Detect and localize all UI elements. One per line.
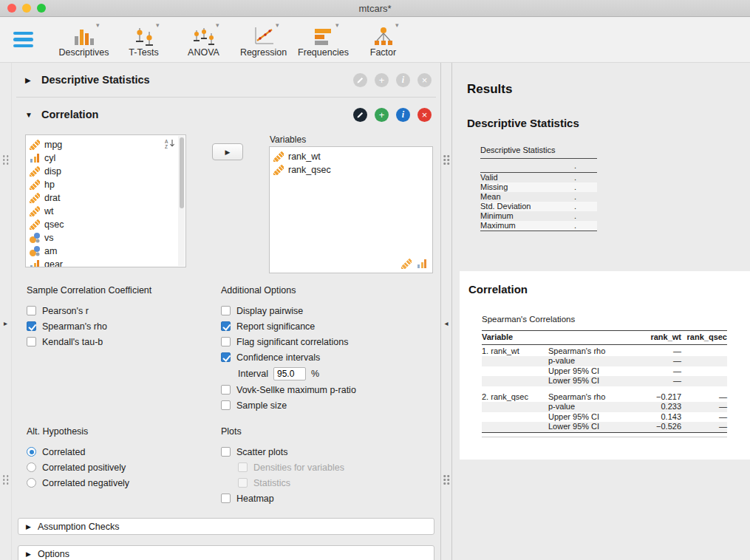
checkbox-heatmap[interactable]: Heatmap [221,491,433,506]
variable-item[interactable]: drat [26,191,185,205]
section-correlation[interactable]: ▼ Correlation + i × [12,98,440,132]
variables-scrollbar[interactable] [178,136,185,266]
collapse-options-panel-icon[interactable]: ◂ [441,319,451,327]
checkbox-flag-significant[interactable]: Flag significant correlations [221,334,433,349]
variable-item[interactable]: disp [26,165,185,178]
checkbox-scatter-plots[interactable]: Scatter plots [221,444,433,460]
scrollbar-thumb[interactable] [180,137,184,208]
variable-label: rank_wt [288,151,321,162]
assign-variable-button[interactable]: ▶ [212,143,243,160]
descriptives-table[interactable]: Descriptive Statistics . Valid. Missing.… [480,146,597,231]
splitter-grip[interactable] [3,155,9,165]
remove-analysis-icon[interactable]: × [417,73,432,87]
scale-variable-icon [273,151,284,162]
available-variables-list[interactable]: mpg cyl disp hp drat wt qsec vs am gear … [25,134,186,267]
checkbox-vovk-sellke[interactable]: Vovk-Sellke maximum p-ratio [221,382,433,397]
remove-analysis-icon[interactable]: × [417,108,432,122]
section-assumption-checks[interactable]: ▶ Assumption Checks [18,518,434,535]
ribbon-regression[interactable]: ▾ Regression [233,21,293,58]
ribbon-descriptives[interactable]: ▾ Descriptives [54,21,114,58]
dropdown-caret-icon: ▾ [335,21,339,29]
window-title: mtcars* [358,3,391,14]
checkbox[interactable] [221,400,231,410]
checkbox[interactable] [221,337,231,346]
radio-correlated[interactable]: Correlated [27,444,221,460]
interval-suffix: % [311,369,319,379]
table-header-row: Variable rank_wt rank_qsec [482,331,727,345]
info-icon[interactable]: i [396,73,410,87]
table-row: Upper 95% CI0.143— [482,412,727,423]
splitter-grip[interactable] [443,155,449,165]
nominal-variable-icon [30,233,40,243]
duplicate-analysis-icon[interactable]: + [375,108,389,122]
checkbox[interactable] [221,306,231,315]
duplicate-analysis-icon[interactable]: + [375,73,389,87]
table-row: 2. rank_qsecSpearman's rho−0.217— [482,392,727,403]
checkbox-pearsons-r[interactable]: Pearson's r [27,303,221,318]
checkbox[interactable] [27,321,36,331]
edit-title-icon[interactable] [353,73,367,87]
variable-item[interactable]: cyl [26,151,185,165]
variable-item[interactable]: am [26,245,185,258]
splitter-grip[interactable] [3,475,9,485]
ribbon-frequencies[interactable]: ▾ Frequencies [293,21,353,58]
collapse-arrow-icon[interactable]: ▶ [25,76,33,84]
radio[interactable] [27,478,36,488]
main-menu-icon[interactable] [13,32,33,48]
variable-item[interactable]: gear [26,258,185,267]
svg-text:A: A [165,139,168,144]
checkbox[interactable] [221,321,231,331]
radio-correlated-negatively[interactable]: Correlated negatively [27,475,221,491]
checkbox[interactable] [221,494,231,503]
info-icon[interactable]: i [396,108,410,122]
ribbon-t-tests[interactable]: ▾ T-Tests [114,21,174,58]
checkbox[interactable] [27,337,36,346]
interval-input[interactable] [273,367,306,380]
allowed-variable-types [401,259,427,269]
table-row: Upper 95% CI— [482,366,727,377]
ribbon-anova[interactable]: ▾ ANOVA [174,21,233,58]
correlation-results-card[interactable]: Correlation Spearman's Correlations Vari… [460,271,750,460]
sort-variables-icon[interactable]: AZ [164,137,176,149]
data-panel-splitter[interactable]: ▸ [0,63,12,560]
expand-arrow-icon[interactable]: ▼ [25,111,33,119]
variable-item[interactable]: wt [26,205,185,218]
expand-data-panel-icon[interactable]: ▸ [0,319,11,327]
variable-item[interactable]: hp [26,178,185,191]
table-row: 1. rank_wtSpearman's rho— [482,346,727,357]
descriptives-heading[interactable]: Descriptive Statistics [467,117,735,129]
ribbon-factor[interactable]: ▾ Factor [353,21,413,58]
radio[interactable] [27,462,36,472]
variable-label: drat [44,193,61,203]
section-options[interactable]: ▶ Options [18,545,434,560]
splitter-grip[interactable] [443,475,449,485]
checkbox-report-significance[interactable]: Report significance [221,318,433,334]
checkbox[interactable] [221,352,231,362]
minimize-window-icon[interactable] [22,4,31,13]
variable-item[interactable]: mpg [26,138,185,151]
checkbox-confidence-intervals[interactable]: Confidence intervals [221,349,433,365]
assigned-variables-box[interactable]: rank_wt rank_qsec [269,146,433,273]
scale-variable-icon [30,219,40,230]
variable-item[interactable]: rank_qsec [270,163,432,177]
section-descriptive-statistics[interactable]: ▶ Descriptive Statistics + i × [12,63,440,97]
variable-item[interactable]: rank_wt [270,150,432,163]
checkbox[interactable] [221,385,231,395]
close-window-icon[interactable] [7,4,16,13]
edit-title-icon[interactable] [353,108,367,122]
checkbox-sample-size[interactable]: Sample size [221,397,433,413]
results-splitter[interactable]: ◂ [440,63,452,560]
ordinal-variable-icon [30,259,40,267]
checkbox[interactable] [221,447,231,457]
checkbox-display-pairwise[interactable]: Display pairwise [221,303,433,318]
section-title: Descriptive Statistics [41,74,150,86]
radio[interactable] [27,447,36,457]
variable-item[interactable]: qsec [26,218,185,231]
zoom-window-icon[interactable] [37,4,46,13]
checkbox[interactable] [27,306,36,315]
variable-item[interactable]: vs [26,231,185,245]
checkbox-kendalls-tau-b[interactable]: Kendall's tau-b [27,334,221,349]
variable-label: vs [44,233,54,243]
radio-correlated-positively[interactable]: Correlated positively [27,460,221,475]
checkbox-spearmans-rho[interactable]: Spearman's rho [27,318,221,334]
